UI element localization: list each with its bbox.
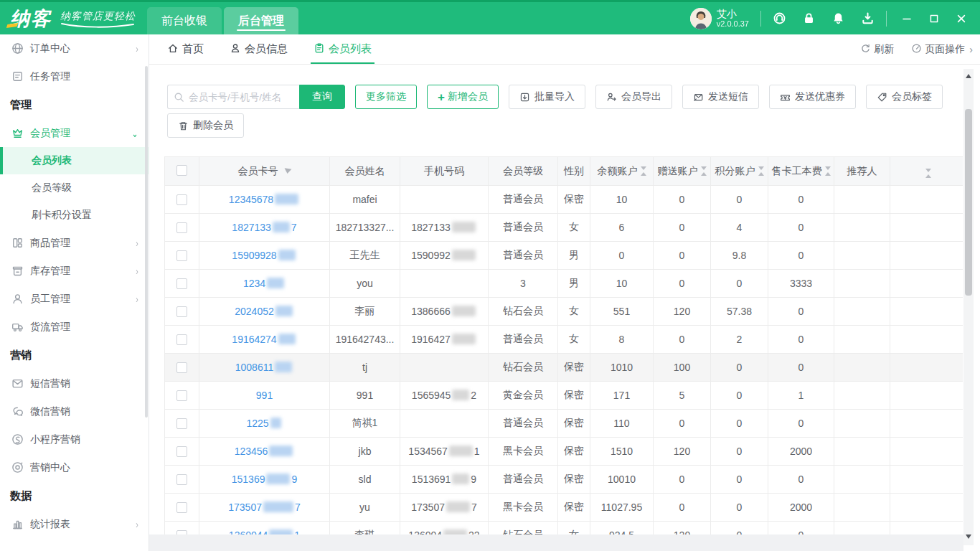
sort-arrows-icon[interactable] xyxy=(825,166,831,176)
plus-button[interactable]: +新增会员 xyxy=(427,85,499,109)
member-card-link[interactable]: 12345678 xyxy=(229,194,300,205)
sidebar-item-label: 短信营销 xyxy=(30,377,138,390)
row-checkbox[interactable] xyxy=(176,194,187,205)
sidebar-item[interactable]: 营销中心 xyxy=(0,453,149,481)
row-checkbox[interactable] xyxy=(176,334,187,345)
sidebar-item[interactable]: 任务管理 xyxy=(0,62,149,90)
refresh-action[interactable]: 刷新 xyxy=(860,43,894,56)
sidebar-item[interactable]: 微信营销 xyxy=(0,397,149,425)
export-button[interactable]: 会员导出 xyxy=(595,85,672,109)
member-card-link[interactable]: 1513699 xyxy=(232,474,298,485)
column-header[interactable]: 余额账户 xyxy=(590,157,654,186)
row-checkbox[interactable] xyxy=(176,390,187,401)
bell-icon[interactable] xyxy=(831,11,845,25)
maximize-icon[interactable] xyxy=(928,13,940,24)
row-checkbox[interactable] xyxy=(176,278,187,289)
row-checkbox[interactable] xyxy=(176,306,187,317)
wechat-icon xyxy=(11,405,24,418)
filter-button[interactable]: 更多筛选 xyxy=(355,85,417,109)
sidebar-item-label: 货流管理 xyxy=(30,321,138,334)
column-header[interactable]: 积分账户 xyxy=(711,157,768,186)
customer-service-icon[interactable] xyxy=(773,11,786,25)
sidebar-section-label: 数据 xyxy=(0,481,149,510)
sidebar-item[interactable]: 统计报表› xyxy=(0,510,149,538)
card-fee: 1 xyxy=(798,390,804,401)
top-nav-button-admin[interactable]: 后台管理 xyxy=(224,7,298,34)
send-sms-button[interactable]: 发送短信 xyxy=(682,85,759,109)
card-fee: 0 xyxy=(798,418,804,429)
sidebar-subitem[interactable]: 刷卡积分设置 xyxy=(0,202,149,229)
member-card-link[interactable]: 2024052 xyxy=(235,306,294,317)
gift-account: 0 xyxy=(679,250,685,261)
sidebar-item[interactable]: 订单中心› xyxy=(0,34,149,62)
sidebar-item[interactable]: 会员管理⌄ xyxy=(0,119,149,147)
member-card-link[interactable]: 991 xyxy=(256,390,273,401)
button-label: 新增会员 xyxy=(448,90,488,103)
lock-icon[interactable] xyxy=(802,11,816,25)
sort-filter-icon[interactable] xyxy=(283,168,291,174)
search-button[interactable]: 查询 xyxy=(299,85,345,109)
scrollbar-thumb[interactable] xyxy=(965,109,972,296)
column-header[interactable]: 售卡工本费 xyxy=(768,157,834,186)
sidebar-item[interactable]: 商品管理› xyxy=(0,229,149,257)
tag-button[interactable]: 会员标签 xyxy=(866,85,943,109)
member-card-link[interactable]: 1735077 xyxy=(228,501,301,513)
row-checkbox[interactable] xyxy=(176,250,187,261)
sidebar-item-label: 统计报表 xyxy=(30,518,136,531)
send-sms-icon xyxy=(693,92,704,103)
sidebar-item[interactable]: 小程序营销 xyxy=(0,425,149,453)
member-card-link[interactable]: 18271337 xyxy=(232,222,296,233)
chart-icon xyxy=(11,518,24,530)
select-all-checkbox[interactable] xyxy=(176,165,187,176)
column-label: 会员等级 xyxy=(503,165,543,178)
sidebar-subitem[interactable]: 会员列表 xyxy=(0,147,149,174)
member-level: 普通会员 xyxy=(503,473,543,484)
trash-button[interactable]: 删除会员 xyxy=(167,113,244,138)
sidebar-item[interactable]: 短信营销 xyxy=(0,369,149,397)
scroll-down-arrow[interactable] xyxy=(963,531,974,542)
member-name: sld xyxy=(359,474,372,485)
row-checkbox[interactable] xyxy=(176,502,187,513)
coupon-button[interactable]: 发送优惠券 xyxy=(769,85,856,109)
card-fee: 3333 xyxy=(790,278,812,289)
import-button[interactable]: 批量导入 xyxy=(509,85,585,109)
close-icon[interactable] xyxy=(956,13,967,24)
member-sex: 女 xyxy=(569,333,579,344)
tab[interactable]: 会员列表 xyxy=(314,34,372,64)
sort-arrows-icon[interactable] xyxy=(925,169,931,178)
sidebar-item[interactable]: 库存管理› xyxy=(0,257,149,285)
column-header[interactable]: 会员卡号 xyxy=(199,157,330,186)
member-card-link[interactable]: 19164274 xyxy=(232,334,296,345)
row-checkbox[interactable] xyxy=(176,474,187,485)
sort-arrows-icon[interactable] xyxy=(701,166,707,176)
minimize-icon[interactable] xyxy=(901,13,913,24)
search-input[interactable] xyxy=(189,92,293,103)
column-header[interactable] xyxy=(890,157,963,186)
sidebar-subitem[interactable]: 会员等级 xyxy=(0,174,149,202)
download-icon[interactable] xyxy=(861,11,875,25)
sidebar-item[interactable]: 员工管理› xyxy=(0,285,149,313)
row-checkbox[interactable] xyxy=(176,446,187,457)
app-version: v2.0.0.37 xyxy=(717,19,749,28)
row-checkbox[interactable] xyxy=(176,222,187,233)
sidebar-item[interactable]: 货流管理 xyxy=(0,313,149,341)
row-checkbox[interactable] xyxy=(176,418,187,429)
top-nav-button-cashier[interactable]: 前台收银 xyxy=(147,7,222,34)
member-card-link[interactable]: 1008611 xyxy=(235,362,293,373)
member-card-link[interactable]: 13600441 xyxy=(229,529,300,534)
sort-arrows-icon[interactable] xyxy=(758,166,764,176)
sidebar-scrollbar-thumb[interactable] xyxy=(145,66,148,418)
tab[interactable]: 会员信息 xyxy=(230,34,288,64)
member-card-link[interactable]: 1234 xyxy=(243,278,286,289)
bottom-strip xyxy=(149,534,963,551)
member-card-link[interactable]: 123456 xyxy=(235,446,295,457)
sort-arrows-icon[interactable] xyxy=(641,166,646,176)
gauge-action[interactable]: 页面操作› xyxy=(911,43,973,56)
row-checkbox[interactable] xyxy=(176,362,187,373)
member-card-link[interactable]: 1225 xyxy=(246,418,282,429)
scroll-up-arrow[interactable] xyxy=(963,70,974,82)
column-header[interactable]: 赠送账户 xyxy=(654,157,711,186)
tab[interactable]: 首页 xyxy=(167,34,204,64)
avatar[interactable] xyxy=(690,8,712,29)
member-card-link[interactable]: 15909928 xyxy=(232,250,296,261)
